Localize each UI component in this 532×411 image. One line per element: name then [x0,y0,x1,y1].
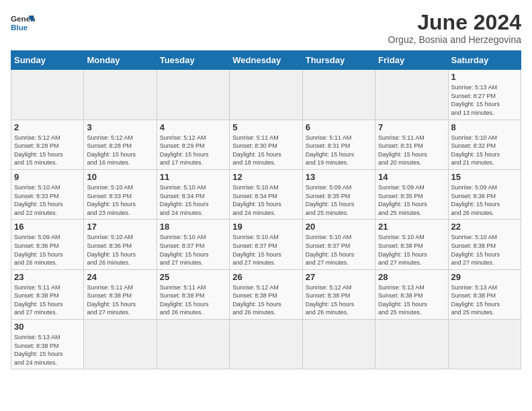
day-number: 9 [14,172,81,182]
calendar-day-cell [230,70,302,120]
day-info: Sunrise: 5:10 AM Sunset: 8:37 PM Dayligh… [232,233,299,267]
day-info: Sunrise: 5:13 AM Sunset: 8:38 PM Dayligh… [451,283,518,317]
calendar-week-row: 1Sunrise: 5:13 AM Sunset: 8:27 PM Daylig… [11,70,521,120]
calendar-day-cell [11,70,84,120]
calendar-day-cell [157,320,229,369]
day-number: 3 [87,122,153,132]
day-info: Sunrise: 5:10 AM Sunset: 8:32 PM Dayligh… [451,134,518,167]
calendar-day-cell: 22Sunrise: 5:10 AM Sunset: 8:38 PM Dayli… [448,220,521,269]
calendar: SundayMondayTuesdayWednesdayThursdayFrid… [11,50,521,369]
day-of-week-header: Monday [84,51,157,70]
day-info: Sunrise: 5:10 AM Sunset: 8:33 PM Dayligh… [14,183,81,217]
calendar-day-cell: 26Sunrise: 5:12 AM Sunset: 8:38 PM Dayli… [230,269,302,319]
day-info: Sunrise: 5:10 AM Sunset: 8:34 PM Dayligh… [232,183,299,217]
day-number: 13 [306,172,372,182]
calendar-day-cell: 24Sunrise: 5:11 AM Sunset: 8:38 PM Dayli… [84,269,157,319]
day-info: Sunrise: 5:13 AM Sunset: 8:38 PM Dayligh… [378,283,445,317]
day-number: 16 [14,222,81,232]
day-info: Sunrise: 5:11 AM Sunset: 8:31 PM Dayligh… [306,134,372,167]
day-number: 18 [160,222,226,232]
day-info: Sunrise: 5:11 AM Sunset: 8:31 PM Dayligh… [378,134,445,167]
calendar-day-cell: 17Sunrise: 5:10 AM Sunset: 8:36 PM Dayli… [84,220,157,269]
calendar-day-cell: 20Sunrise: 5:10 AM Sunset: 8:37 PM Dayli… [302,220,375,269]
day-info: Sunrise: 5:11 AM Sunset: 8:30 PM Dayligh… [232,134,299,167]
calendar-day-cell: 18Sunrise: 5:10 AM Sunset: 8:37 PM Dayli… [157,220,229,269]
day-number: 26 [232,272,299,282]
calendar-day-cell: 6Sunrise: 5:11 AM Sunset: 8:31 PM Daylig… [302,120,375,169]
calendar-day-cell: 21Sunrise: 5:10 AM Sunset: 8:38 PM Dayli… [375,220,448,269]
day-of-week-header: Wednesday [230,51,302,70]
day-number: 29 [451,272,518,282]
day-info: Sunrise: 5:11 AM Sunset: 8:38 PM Dayligh… [160,283,226,317]
calendar-day-cell: 3Sunrise: 5:12 AM Sunset: 8:28 PM Daylig… [84,120,157,169]
calendar-day-cell: 11Sunrise: 5:10 AM Sunset: 8:34 PM Dayli… [157,169,229,219]
day-number: 25 [160,272,226,282]
day-info: Sunrise: 5:10 AM Sunset: 8:38 PM Dayligh… [451,233,518,267]
calendar-day-cell: 10Sunrise: 5:10 AM Sunset: 8:33 PM Dayli… [84,169,157,219]
calendar-day-cell: 5Sunrise: 5:11 AM Sunset: 8:30 PM Daylig… [230,120,302,169]
day-info: Sunrise: 5:11 AM Sunset: 8:38 PM Dayligh… [14,283,81,317]
day-info: Sunrise: 5:12 AM Sunset: 8:38 PM Dayligh… [306,283,372,317]
day-info: Sunrise: 5:10 AM Sunset: 8:37 PM Dayligh… [306,233,372,267]
calendar-day-cell: 25Sunrise: 5:11 AM Sunset: 8:38 PM Dayli… [157,269,229,319]
day-number: 4 [160,122,226,132]
day-number: 22 [451,222,518,232]
day-number: 23 [14,272,81,282]
calendar-day-cell: 12Sunrise: 5:10 AM Sunset: 8:34 PM Dayli… [230,169,302,219]
day-info: Sunrise: 5:09 AM Sunset: 8:36 PM Dayligh… [14,233,81,267]
calendar-day-cell: 15Sunrise: 5:09 AM Sunset: 8:36 PM Dayli… [448,169,521,219]
calendar-day-cell [375,320,448,369]
calendar-day-cell [448,320,521,369]
calendar-header-row: SundayMondayTuesdayWednesdayThursdayFrid… [11,51,521,70]
day-number: 27 [306,272,372,282]
day-number: 19 [232,222,299,232]
calendar-day-cell: 7Sunrise: 5:11 AM Sunset: 8:31 PM Daylig… [375,120,448,169]
day-info: Sunrise: 5:13 AM Sunset: 8:38 PM Dayligh… [14,333,81,367]
day-number: 8 [451,122,518,132]
calendar-day-cell: 19Sunrise: 5:10 AM Sunset: 8:37 PM Dayli… [230,220,302,269]
day-info: Sunrise: 5:12 AM Sunset: 8:28 PM Dayligh… [14,134,81,167]
day-number: 12 [232,172,299,182]
day-number: 6 [306,122,372,132]
calendar-day-cell: 30Sunrise: 5:13 AM Sunset: 8:38 PM Dayli… [11,320,84,369]
svg-text:Blue: Blue [11,23,28,32]
day-number: 24 [87,272,153,282]
day-info: Sunrise: 5:10 AM Sunset: 8:33 PM Dayligh… [87,183,153,217]
day-of-week-header: Tuesday [157,51,229,70]
calendar-day-cell [157,70,229,120]
logo: General Blue [11,11,35,35]
day-of-week-header: Thursday [302,51,375,70]
calendar-day-cell: 14Sunrise: 5:09 AM Sunset: 8:35 PM Dayli… [375,169,448,219]
calendar-day-cell: 2Sunrise: 5:12 AM Sunset: 8:28 PM Daylig… [11,120,84,169]
day-of-week-header: Saturday [448,51,521,70]
calendar-day-cell [84,320,157,369]
calendar-day-cell: 8Sunrise: 5:10 AM Sunset: 8:32 PM Daylig… [448,120,521,169]
day-info: Sunrise: 5:11 AM Sunset: 8:38 PM Dayligh… [87,283,153,317]
calendar-day-cell: 9Sunrise: 5:10 AM Sunset: 8:33 PM Daylig… [11,169,84,219]
calendar-day-cell: 29Sunrise: 5:13 AM Sunset: 8:38 PM Dayli… [448,269,521,319]
location-subtitle: Orguz, Bosnia and Herzegovina [388,34,521,45]
calendar-week-row: 30Sunrise: 5:13 AM Sunset: 8:38 PM Dayli… [11,320,521,369]
day-info: Sunrise: 5:10 AM Sunset: 8:38 PM Dayligh… [378,233,445,267]
day-number: 14 [378,172,445,182]
calendar-day-cell: 4Sunrise: 5:12 AM Sunset: 8:29 PM Daylig… [157,120,229,169]
day-number: 15 [451,172,518,182]
day-info: Sunrise: 5:09 AM Sunset: 8:35 PM Dayligh… [378,183,445,217]
header: General Blue June 2024 Orguz, Bosnia and… [11,11,521,45]
calendar-day-cell: 1Sunrise: 5:13 AM Sunset: 8:27 PM Daylig… [448,70,521,120]
calendar-day-cell: 16Sunrise: 5:09 AM Sunset: 8:36 PM Dayli… [11,220,84,269]
calendar-day-cell: 23Sunrise: 5:11 AM Sunset: 8:38 PM Dayli… [11,269,84,319]
day-number: 1 [451,72,518,82]
calendar-day-cell [375,70,448,120]
calendar-day-cell [84,70,157,120]
calendar-day-cell: 27Sunrise: 5:12 AM Sunset: 8:38 PM Dayli… [302,269,375,319]
calendar-day-cell [302,320,375,369]
day-info: Sunrise: 5:09 AM Sunset: 8:35 PM Dayligh… [306,183,372,217]
day-of-week-header: Friday [375,51,448,70]
day-number: 30 [14,322,81,332]
logo-icon: General Blue [11,11,35,35]
calendar-week-row: 16Sunrise: 5:09 AM Sunset: 8:36 PM Dayli… [11,220,521,269]
day-info: Sunrise: 5:12 AM Sunset: 8:28 PM Dayligh… [87,134,153,167]
calendar-day-cell [302,70,375,120]
day-info: Sunrise: 5:12 AM Sunset: 8:38 PM Dayligh… [232,283,299,317]
